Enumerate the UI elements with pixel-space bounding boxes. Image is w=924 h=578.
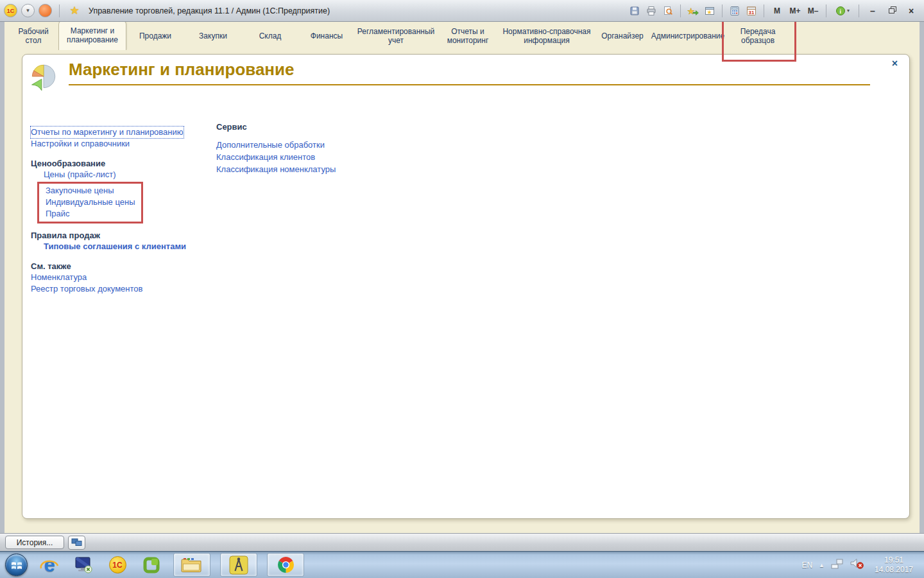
compass-icon bbox=[229, 556, 248, 575]
tab-label: Финансы bbox=[311, 31, 343, 40]
favorites-window-icon: ★ bbox=[705, 6, 715, 16]
history-button[interactable]: История... bbox=[5, 536, 64, 549]
network-icon bbox=[831, 558, 844, 569]
tab-label: Нормативно-справочная информация bbox=[501, 27, 592, 45]
link-standard-agreements[interactable]: Типовые соглашения с клиентами bbox=[44, 241, 186, 252]
link-price-list[interactable]: Цены (прайс-лист) bbox=[44, 169, 116, 180]
start-button[interactable] bbox=[5, 554, 28, 576]
panel-close-icon[interactable]: × bbox=[892, 58, 898, 69]
separator bbox=[59, 4, 60, 17]
memory-button[interactable]: M bbox=[769, 6, 785, 15]
desktop: 1С ▼ ★ Управление торговлей, редакция 11… bbox=[0, 0, 924, 578]
vsphere-client-button[interactable] bbox=[139, 553, 164, 577]
link-individual-prices[interactable]: Индивидуальные цены bbox=[46, 197, 135, 208]
link-settings-directories[interactable]: Настройки и справочники bbox=[31, 138, 130, 150]
svg-text:31: 31 bbox=[749, 10, 755, 15]
calculator-button[interactable] bbox=[727, 4, 742, 18]
status-bar: История... bbox=[0, 533, 924, 551]
tab-label: Передача образцов bbox=[728, 27, 787, 45]
favorites-window-button[interactable]: ★ bbox=[702, 4, 717, 18]
separator bbox=[859, 4, 859, 17]
info-button[interactable]: i ▾ bbox=[831, 4, 854, 18]
favorites-star-icon[interactable]: ★ bbox=[67, 4, 82, 18]
annotation-box-links: Закупочные цены Индивидуальные цены Прай… bbox=[37, 182, 143, 223]
internet-explorer-button[interactable]: e bbox=[37, 553, 62, 577]
service-mode-button[interactable] bbox=[38, 4, 52, 17]
clock[interactable]: 19:51 14.08.2017 bbox=[870, 556, 918, 575]
windows-taskbar: e 1С bbox=[0, 551, 924, 578]
memory-minus-button[interactable]: M– bbox=[805, 6, 821, 15]
tab-administrirovanie[interactable]: Администрирование bbox=[650, 22, 726, 50]
separator bbox=[764, 4, 764, 17]
tab-label: Органайзер bbox=[601, 31, 644, 40]
page-title: Маркетинг и планирование bbox=[69, 60, 295, 79]
tab-marketing-i-planirovanie[interactable]: Маркетинг и планирование bbox=[58, 20, 126, 50]
restore-icon bbox=[889, 8, 896, 13]
main-menu-button[interactable]: ▼ bbox=[21, 4, 35, 17]
save-button[interactable] bbox=[627, 4, 642, 18]
print-preview-icon bbox=[663, 6, 673, 16]
tab-organayzer[interactable]: Органайзер bbox=[595, 22, 650, 50]
print-preview-button[interactable] bbox=[660, 4, 676, 18]
tab-reglamentirovanny-uchet[interactable]: Регламентированный учет bbox=[355, 22, 437, 50]
tab-rabochiy-stol[interactable]: Рабочий стол bbox=[8, 22, 58, 50]
calendar-button[interactable]: 31 bbox=[744, 4, 759, 18]
tab-peredacha-obrazcov[interactable]: Передача образцов bbox=[726, 22, 790, 50]
service-column: Сервис Дополнительные обработки Классифи… bbox=[216, 121, 422, 175]
link-trade-documents-registry[interactable]: Реестр торговых документов bbox=[31, 283, 142, 295]
separator bbox=[680, 4, 681, 17]
separator bbox=[722, 4, 723, 17]
minimize-button[interactable]: – bbox=[864, 4, 882, 17]
tab-label: Отчеты и мониторинг bbox=[440, 27, 496, 45]
restore-button[interactable] bbox=[883, 4, 901, 17]
tab-label: Закупки bbox=[199, 31, 227, 40]
link-marketing-reports[interactable]: Отчеты по маркетингу и планированию bbox=[31, 127, 184, 138]
print-icon bbox=[646, 6, 656, 16]
heading-see-also: См. также bbox=[31, 261, 217, 272]
link-client-classification[interactable]: Классификация клиентов bbox=[216, 151, 315, 163]
remote-desktop-button[interactable] bbox=[71, 553, 96, 577]
system-tray: EN ▲ 19:51 14.08.2017 bbox=[801, 556, 924, 575]
svg-text:★: ★ bbox=[707, 9, 712, 15]
info-icon: i bbox=[835, 6, 846, 16]
show-hidden-icons-button[interactable]: ▲ bbox=[819, 562, 825, 568]
link-nomenclature-classification[interactable]: Классификация номенклатуры bbox=[216, 163, 336, 175]
tab-label: Продажи bbox=[139, 31, 171, 40]
calculator-icon bbox=[730, 6, 740, 16]
chevron-down-icon: ▼ bbox=[26, 8, 31, 13]
memory-plus-button[interactable]: M+ bbox=[787, 6, 803, 15]
link-additional-processing[interactable]: Дополнительные обработки bbox=[216, 139, 325, 151]
volume-muted-icon bbox=[850, 558, 864, 569]
file-explorer-button[interactable] bbox=[173, 553, 210, 577]
close-button[interactable]: × bbox=[902, 4, 920, 17]
app-logo-icon[interactable]: 1С bbox=[4, 4, 17, 17]
tab-nsi[interactable]: Нормативно-справочная информация bbox=[499, 22, 595, 50]
window-titlebar: 1С ▼ ★ Управление торговлей, редакция 11… bbox=[0, 0, 924, 22]
add-to-favorites-button[interactable]: ★ bbox=[685, 4, 701, 18]
onec-app-button[interactable]: 1С bbox=[105, 553, 130, 577]
onec-icon: 1С bbox=[109, 556, 126, 574]
volume-tray-button[interactable] bbox=[850, 558, 864, 572]
link-price[interactable]: Прайс bbox=[46, 208, 70, 220]
internet-explorer-icon: e bbox=[38, 554, 60, 576]
tab-otchety-i-monitoring[interactable]: Отчеты и мониторинг bbox=[437, 22, 499, 50]
chevron-down-icon: ▾ bbox=[847, 8, 850, 13]
performance-indicator-button[interactable] bbox=[68, 536, 85, 550]
print-button[interactable] bbox=[644, 4, 659, 18]
network-tray-button[interactable] bbox=[831, 558, 844, 572]
tab-label: Маркетинг и планирование bbox=[62, 26, 123, 44]
drafting-app-button[interactable] bbox=[220, 553, 257, 577]
language-indicator[interactable]: EN bbox=[801, 561, 812, 570]
tab-prodazhi[interactable]: Продажи bbox=[126, 22, 184, 50]
clock-date: 14.08.2017 bbox=[870, 565, 918, 575]
windows-logo-icon bbox=[11, 560, 22, 570]
calendar-icon: 31 bbox=[746, 6, 757, 16]
svg-text:★: ★ bbox=[687, 6, 695, 16]
link-nomenclature[interactable]: Номенклатура bbox=[31, 272, 87, 283]
chrome-button[interactable] bbox=[267, 553, 304, 577]
tab-finansy[interactable]: Финансы bbox=[298, 22, 355, 50]
link-purchase-prices[interactable]: Закупочные цены bbox=[46, 185, 114, 197]
tab-zakupki[interactable]: Закупки bbox=[184, 22, 242, 50]
tab-sklad[interactable]: Склад bbox=[242, 22, 298, 50]
folder-icon bbox=[181, 556, 203, 574]
